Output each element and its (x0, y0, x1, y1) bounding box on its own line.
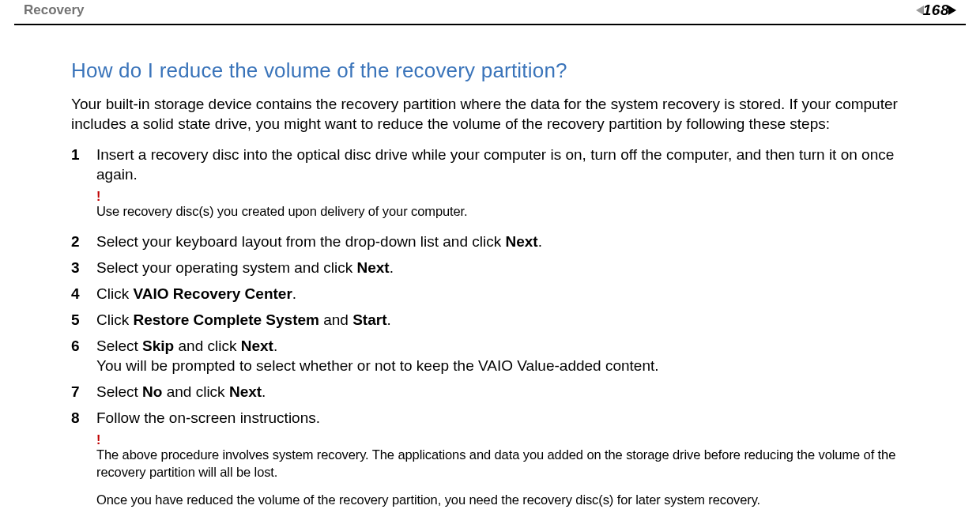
step-6: 6 Select Skip and click Next. You will b… (71, 336, 933, 375)
warning-text: The above procedure involves system reco… (96, 447, 933, 481)
step-7: 7 Select No and click Next. (71, 382, 933, 402)
warning-icon: ! (96, 190, 933, 203)
warning-icon: ! (96, 434, 933, 447)
warning-note-1: ! Use recovery disc(s) you created upon … (96, 190, 933, 220)
text-part: . (538, 233, 542, 250)
step-5: 5 Click Restore Complete System and Star… (71, 310, 933, 330)
section-title: Recovery (24, 2, 85, 18)
chevron-right-icon[interactable] (948, 6, 956, 15)
step-number: 2 (71, 233, 96, 251)
top-bar: Recovery 168 (0, 0, 980, 24)
text-part: . (292, 285, 296, 302)
step-text: Select your keyboard layout from the dro… (96, 232, 542, 251)
step-number: 1 (71, 146, 96, 164)
page-number-nav: 168 (916, 2, 956, 19)
page-heading: How do I reduce the volume of the recove… (71, 58, 933, 83)
step-text: Click VAIO Recovery Center. (96, 284, 296, 304)
text-part: Select your operating system and click (96, 259, 357, 276)
text-part: . (273, 338, 277, 354)
step-text: Insert a recovery disc into the optical … (96, 145, 933, 184)
step-text: Click Restore Complete System and Start. (96, 310, 391, 330)
step-text: Select No and click Next. (96, 382, 266, 402)
warning-note-2: ! The above procedure involves system re… (96, 434, 933, 481)
step-number: 8 (71, 409, 96, 427)
step-number: 7 (71, 383, 96, 401)
bold-term: Next (229, 383, 262, 400)
text-part: . (390, 259, 394, 276)
step-number: 6 (71, 338, 96, 355)
step-text: Follow the on-screen instructions. (96, 408, 320, 428)
bold-term: Next (241, 338, 273, 354)
page-number: 168 (923, 2, 949, 19)
text-part: Select your keyboard layout from the dro… (96, 233, 505, 250)
step-4: 4 Click VAIO Recovery Center. (71, 284, 933, 304)
step-1: 1 Insert a recovery disc into the optica… (71, 145, 933, 184)
bold-term: Skip (142, 338, 174, 354)
content-area: How do I reduce the volume of the recove… (0, 25, 980, 513)
text-part: and click (162, 383, 228, 400)
step-text-line2: You will be prompted to select whether o… (96, 357, 659, 374)
step-number: 5 (71, 311, 96, 329)
document-page: Recovery 168 How do I reduce the volume … (0, 0, 980, 513)
bold-term: VAIO Recovery Center (133, 285, 292, 302)
text-part: and click (174, 338, 240, 354)
bold-term: Next (505, 233, 537, 250)
text-part: Click (96, 285, 133, 302)
bold-term: Next (357, 259, 390, 276)
bold-term: Restore Complete System (133, 311, 318, 328)
text-part: Select (96, 383, 142, 400)
step-number: 3 (71, 259, 96, 277)
step-number: 4 (71, 285, 96, 303)
step-8: 8 Follow the on-screen instructions. (71, 408, 933, 428)
bold-term: No (142, 383, 162, 400)
warning-text: Use recovery disc(s) you created upon de… (96, 203, 933, 220)
step-text: Select Skip and click Next. You will be … (96, 336, 659, 375)
text-part: . (262, 383, 266, 400)
bold-term: Start (352, 311, 386, 328)
step-text: Select your operating system and click N… (96, 258, 394, 277)
text-part: . (386, 311, 390, 328)
step-3: 3 Select your operating system and click… (71, 258, 933, 277)
text-part: Select (96, 338, 142, 354)
post-note: Once you have reduced the volume of the … (96, 492, 933, 508)
text-part: Click (96, 311, 133, 328)
text-part: and (319, 311, 352, 328)
intro-paragraph: Your built-in storage device contains th… (71, 94, 933, 134)
step-2: 2 Select your keyboard layout from the d… (71, 232, 933, 251)
